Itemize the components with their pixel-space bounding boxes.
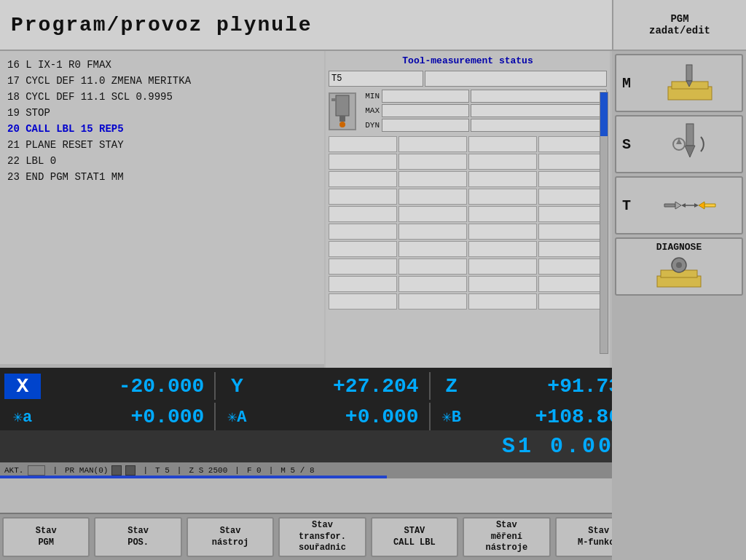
right-panel: M S T [612, 51, 746, 560]
svg-point-2 [339, 122, 345, 127]
tm-grid-cell-3-2 [468, 189, 537, 205]
tm-max-label: MAX [360, 106, 382, 115]
fn-button-4[interactable]: STAVCALL LBL [371, 517, 458, 557]
tm-grid-cell-4-1 [398, 206, 467, 222]
svg-marker-9 [685, 146, 695, 157]
tm-grid-cell-2-2 [468, 171, 537, 187]
coord-row-2: ✳a +0.000 ✳A +0.000 ✳B +108.800 [4, 401, 640, 432]
tm-min-label: MIN [360, 92, 382, 100]
svg-rect-8 [686, 124, 694, 146]
pgm-edit-button[interactable]: PGM zadat/edit [612, 0, 746, 51]
rp-diagnose-button[interactable]: DIAGNOSE [615, 237, 743, 296]
svg-rect-0 [336, 95, 349, 116]
svg-marker-18 [681, 203, 686, 208]
tm-grid-cell-9-2 [468, 293, 537, 309]
tm-dyn-value [382, 119, 469, 132]
tm-grid-cell-0-3 [538, 136, 607, 152]
tool-measurement-title: Tool-measurement status [329, 54, 607, 68]
tm-grid-row-7 [329, 259, 607, 275]
rp-diagnose-icon [653, 253, 704, 291]
rp-s-button[interactable]: S [615, 115, 743, 173]
tm-grid-cell-4-3 [538, 206, 607, 222]
tm-grid-cell-2-1 [398, 171, 467, 187]
tm-grid-cell-5-2 [468, 224, 537, 240]
coords-display: X -20.000 Y +27.204 Z +91.731 ✳a +0.000 … [0, 368, 645, 435]
coord-sep-2 [429, 372, 431, 400]
tm-grid-cell-8-2 [468, 276, 537, 292]
tm-grid-row-9 [329, 293, 607, 309]
svg-rect-3 [331, 98, 336, 101]
tm-grid-cell-1-2 [468, 154, 537, 170]
tm-scrollbar[interactable] [600, 92, 608, 354]
tm-max-value2 [471, 104, 607, 117]
svg-marker-14 [704, 204, 715, 207]
tm-grid-cell-1-0 [329, 154, 397, 170]
tm-grid-row-8 [329, 276, 607, 292]
fn-button-0[interactable]: StavPGM [2, 517, 90, 557]
tm-grid-row-0 [329, 136, 607, 152]
tm-grid-cell-7-2 [468, 259, 537, 275]
rp-m-button[interactable]: M [615, 54, 743, 112]
svg-marker-15 [699, 202, 704, 209]
tm-grid-cell-1-1 [398, 154, 467, 170]
bs-pr: | [52, 466, 58, 475]
bs-akt-label: AKT. [4, 466, 23, 475]
rp-t-button[interactable]: T [615, 176, 743, 234]
tm-grid-cell-6-0 [329, 241, 397, 257]
tm-scrollbar-thumb [600, 92, 608, 136]
tm-grid-row-2 [329, 171, 607, 187]
rp-empty-space [615, 299, 743, 557]
bs-pr-label: PR MAN(0) [65, 466, 108, 475]
tm-grid-cell-6-3 [538, 241, 607, 257]
tm-grid-row-3 [329, 189, 607, 205]
tm-grid-cell-9-0 [329, 293, 397, 309]
bs-m-label: M 5 / 8 [280, 466, 314, 475]
tm-max-value [382, 104, 469, 117]
prog-line-21: 21 PLANE RESET STAY [7, 137, 317, 153]
coord-sep-4 [429, 403, 431, 430]
bs-progress-bar [0, 476, 387, 478]
tm-grid-cell-7-3 [538, 259, 607, 275]
rp-m-label: M [622, 75, 644, 92]
tm-min-value2 [471, 90, 607, 103]
bs-pr-item: PR MAN(0) [65, 465, 136, 476]
tool-measurement-panel: Tool-measurement status T5 [326, 51, 610, 371]
bottom-status-bar: AKT. | PR MAN(0) | T 5 | Z S 2500 | F 0 … [0, 462, 645, 478]
function-buttons: StavPGMStavPOS.StavnástrojStavtransfor.s… [0, 513, 645, 560]
coord-x-label: X [4, 374, 41, 399]
coord-sep-1 [214, 372, 216, 400]
coord-y-label: Y [219, 375, 255, 398]
program-listing: 16 L IX-1 R0 FMAX17 CYCL DEF 11.0 ZMENA … [0, 51, 324, 364]
fn-button-2[interactable]: Stavnástroj [186, 517, 274, 557]
s1-value: S1 0.000 [502, 434, 630, 459]
coord-A-value: +0.000 [255, 406, 425, 428]
fn-button-5[interactable]: Stavměřenínástroje [463, 517, 550, 557]
bs-zs-label: Z S 2500 [189, 466, 227, 475]
prog-line-19: 19 STOP [7, 105, 317, 121]
svg-marker-13 [675, 202, 681, 209]
coord-z-label: Z [433, 375, 470, 398]
tm-grid-cell-3-3 [538, 189, 607, 205]
fn-button-1[interactable]: StavPOS. [94, 517, 181, 557]
bs-t-label: T 5 [155, 466, 170, 475]
tm-grid-cell-5-1 [398, 224, 467, 240]
tm-min-value [382, 90, 469, 103]
fn-button-3[interactable]: Stavtransfor.souřadnic [278, 517, 366, 557]
tm-grid-row-6 [329, 241, 607, 257]
rp-m-icon [644, 61, 736, 105]
bs-sep2: | [143, 466, 148, 475]
tm-grid-cell-6-1 [398, 241, 467, 257]
svg-marker-12 [664, 204, 675, 207]
tm-grid-row-4 [329, 206, 607, 222]
svg-point-22 [676, 262, 682, 268]
prog-line-17: 17 CYCL DEF 11.0 ZMENA MERITKA [7, 73, 317, 89]
tm-t5-row: T5 [329, 71, 607, 87]
prog-line-18: 18 CYCL DEF 11.1 SCL 0.9995 [7, 89, 317, 105]
coord-sep-3 [214, 403, 216, 430]
tm-grid-cell-9-1 [398, 293, 467, 309]
tm-t5-field: T5 [329, 71, 423, 87]
tm-grid-cell-2-0 [329, 171, 397, 187]
tm-grid-cell-9-3 [538, 293, 607, 309]
tm-grid-cell-8-0 [329, 276, 397, 292]
tm-grid-cell-4-0 [329, 206, 397, 222]
